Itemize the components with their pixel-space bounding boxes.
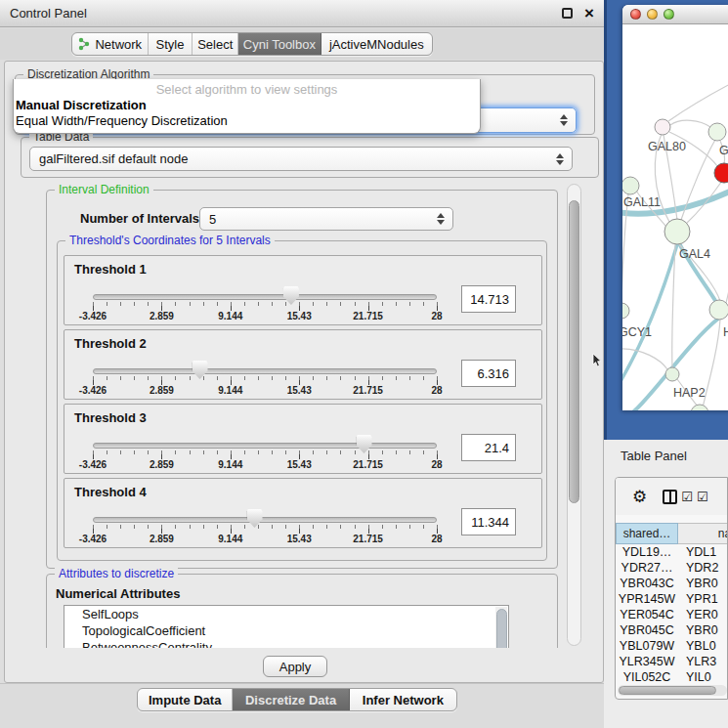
list-item[interactable]: SelfLoops bbox=[64, 606, 508, 622]
control-panel-titlebar: Control Panel × bbox=[0, 0, 604, 27]
num-intervals-label: Number of Intervals bbox=[80, 211, 199, 226]
table-row[interactable]: YPR145WYPR1 bbox=[616, 591, 728, 607]
table-rows: YDL19…YDL1 YDR27…YDR2 YBR043CYBR0 YPR145… bbox=[616, 544, 728, 685]
node-gal4[interactable] bbox=[664, 219, 690, 244]
tab-infer-network[interactable]: Infer Network bbox=[350, 689, 456, 710]
table-toolbar: ⚙ ☑ ☑ bbox=[616, 478, 727, 515]
spinner-arrows-icon bbox=[560, 114, 568, 126]
table-data-value: galFiltered.sif default node bbox=[39, 151, 188, 166]
network-view-window[interactable]: GAL80 GA GAL11 GAL4 GCY1 H HAP2 bbox=[622, 5, 728, 410]
column-header-name[interactable]: na bbox=[678, 523, 728, 544]
node-label: H bbox=[723, 325, 728, 339]
network-window-titlebar bbox=[622, 5, 728, 24]
numerical-attributes-title: Numerical Attributes bbox=[56, 586, 180, 601]
gear-icon[interactable]: ⚙ bbox=[632, 487, 647, 507]
node-h[interactable] bbox=[709, 300, 728, 320]
node-gcy1[interactable] bbox=[622, 303, 629, 319]
dropdown-option-manual[interactable]: Manual Discretization bbox=[16, 98, 147, 112]
table-row[interactable]: YDL19…YDL1 bbox=[616, 544, 728, 560]
table-data-group: Table Data galFiltered.sif default node bbox=[21, 137, 599, 178]
table-row[interactable]: YBL079WYBL0 bbox=[616, 638, 728, 654]
table-horizontal-scrollbar[interactable] bbox=[618, 685, 727, 696]
node-ga[interactable] bbox=[708, 123, 726, 141]
tab-jactivemnodules[interactable]: jActiveMNodules bbox=[321, 33, 432, 55]
threshold-2-value[interactable]: 6.316 bbox=[461, 360, 516, 387]
node-label: HAP2 bbox=[673, 386, 706, 400]
top-tab-group: Network Style Select Cyni Toolbox jActiv… bbox=[71, 32, 433, 56]
panel-title: Control Panel bbox=[10, 6, 87, 21]
apply-button[interactable]: Apply bbox=[263, 656, 327, 677]
tab-discretize-data[interactable]: Discretize Data bbox=[233, 689, 349, 710]
table-row[interactable]: YDR27…YDR2 bbox=[616, 560, 728, 576]
threshold-2-label: Threshold 2 bbox=[74, 336, 147, 351]
tab-network[interactable]: Network bbox=[72, 33, 149, 55]
node-label: GAL4 bbox=[679, 247, 710, 261]
threshold-1-slider[interactable] bbox=[93, 294, 437, 300]
node-gal80[interactable] bbox=[655, 119, 670, 135]
table-row[interactable]: YER054CYER0 bbox=[616, 607, 728, 622]
tab-cyni-toolbox[interactable]: Cyni Toolbox bbox=[238, 33, 321, 55]
numerical-attributes-list[interactable]: SelfLoops TopologicalCoefficient Between… bbox=[64, 605, 509, 648]
float-window-icon[interactable] bbox=[562, 8, 573, 19]
zoom-traffic-light[interactable] bbox=[664, 9, 674, 20]
list-item[interactable]: TopologicalCoefficient bbox=[64, 622, 508, 639]
tab-impute-data[interactable]: Impute Data bbox=[138, 689, 233, 710]
list-item[interactable]: BetweennessCentrality bbox=[64, 639, 508, 648]
node-label: GAL11 bbox=[623, 195, 661, 209]
list-scrollbar-thumb[interactable] bbox=[496, 609, 507, 648]
threshold-1-box: Threshold 1 -3.426 2.859 9.144 15.43 21.… bbox=[64, 255, 542, 325]
list-scrollbar[interactable] bbox=[495, 607, 507, 648]
close-traffic-light[interactable] bbox=[630, 9, 641, 20]
threshold-3-slider[interactable] bbox=[93, 443, 437, 449]
num-intervals-combo[interactable]: 5 bbox=[199, 207, 453, 231]
thresholds-group: Threshold's Coordinates for 5 Intervals … bbox=[57, 240, 547, 561]
table-scrollbar-thumb[interactable] bbox=[619, 686, 716, 695]
bottom-tab-band: Impute Data Discretize Data Infer Networ… bbox=[0, 683, 604, 728]
node-gal11[interactable] bbox=[622, 177, 639, 194]
dropdown-option-equal-width[interactable]: Equal Width/Frequency Discretization bbox=[16, 113, 228, 128]
node-label: GAL80 bbox=[648, 140, 686, 153]
threshold-1-value[interactable]: 14.713 bbox=[461, 285, 516, 313]
checkbox-icon[interactable]: ☑ bbox=[697, 490, 708, 504]
node-hap2[interactable] bbox=[665, 367, 679, 381]
table-header-row: shared… na bbox=[616, 523, 728, 544]
table-row[interactable]: YBR045CYBR0 bbox=[616, 622, 728, 638]
table-row[interactable]: YBR043CYBR0 bbox=[616, 576, 728, 591]
attributes-group-label: Attributes to discretize bbox=[55, 567, 178, 580]
spinner-arrows-icon bbox=[556, 153, 564, 165]
threshold-4-box: Threshold 4 -3.426 2.859 9.144 21.715 15… bbox=[64, 478, 542, 548]
threshold-2-slider[interactable] bbox=[93, 368, 437, 374]
app-root: Control Panel × Network Style bbox=[0, 0, 728, 728]
settings-scrollbar[interactable] bbox=[567, 184, 581, 646]
settings-scrollbar-thumb[interactable] bbox=[569, 200, 579, 503]
table-panel: Table Panel ⚙ ☑ ☑ shared… na YDL19…YDL1 … bbox=[604, 440, 728, 728]
table-row[interactable]: YIL052CYIL0 bbox=[616, 669, 728, 685]
minimize-traffic-light[interactable] bbox=[647, 9, 658, 20]
slider-scale: -3.426 2.859 9.144 15.43 21.715 28 bbox=[93, 385, 437, 397]
node-selected-red[interactable] bbox=[714, 163, 728, 183]
threshold-4-slider[interactable] bbox=[93, 517, 437, 523]
tab-select[interactable]: Select bbox=[193, 33, 238, 55]
network-canvas[interactable]: GAL80 GA GAL11 GAL4 GCY1 H HAP2 bbox=[622, 24, 728, 410]
network-graph: GAL80 GA GAL11 GAL4 GCY1 H HAP2 bbox=[622, 24, 728, 410]
node-table: ⚙ ☑ ☑ shared… na YDL19…YDL1 YDR27…YDR2 Y… bbox=[615, 477, 728, 700]
mouse-cursor bbox=[592, 354, 604, 367]
algorithm-dropdown-popup: Select algorithm to view settings Manual… bbox=[13, 79, 481, 134]
table-row[interactable]: YLR345WYLR3 bbox=[616, 654, 728, 669]
threshold-4-value[interactable]: 11.344 bbox=[461, 508, 516, 535]
interval-definition-group: Interval Definition Number of Intervals … bbox=[46, 190, 558, 569]
slider-scale: -3.426 2.859 9.144 15.43 21.715 28 bbox=[93, 459, 437, 471]
slider-ticks bbox=[93, 525, 439, 534]
node-partial[interactable] bbox=[691, 405, 708, 410]
checkbox-icon[interactable]: ☑ bbox=[681, 490, 693, 504]
threshold-1-label: Threshold 1 bbox=[74, 262, 147, 277]
columns-icon[interactable] bbox=[663, 490, 677, 504]
threshold-3-value[interactable]: 21.4 bbox=[461, 434, 516, 461]
tab-style[interactable]: Style bbox=[149, 33, 193, 55]
close-icon[interactable]: × bbox=[584, 8, 594, 19]
num-intervals-value: 5 bbox=[209, 212, 216, 227]
table-data-combo[interactable]: galFiltered.sif default node bbox=[29, 147, 573, 171]
threshold-3-box: Threshold 3 -3.426 2.859 9.144 15.43 21.… bbox=[64, 404, 542, 474]
column-header-shared-name[interactable]: shared… bbox=[616, 523, 678, 544]
node-label: GCY1 bbox=[622, 325, 652, 339]
